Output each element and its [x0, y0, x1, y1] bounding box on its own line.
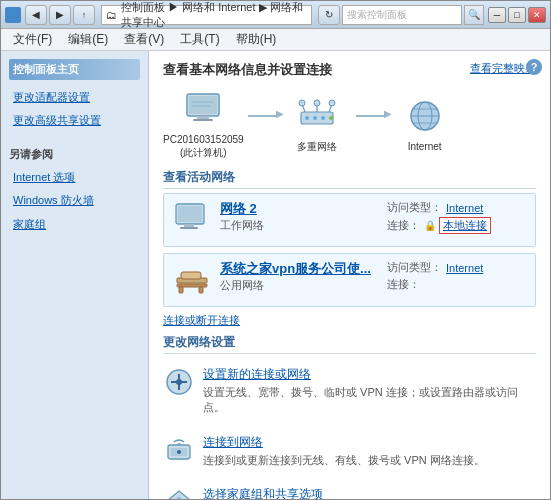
network-2-name[interactable]: 系统之家vpn服务公司使...: [220, 260, 379, 278]
settings-desc-1: 设置无线、宽带、拨号、临时或 VPN 连接；或设置路由器或访问点。: [203, 386, 518, 413]
window-controls: ─ □ ✕: [488, 7, 546, 23]
sidebar-link-homegroup[interactable]: 家庭组: [9, 215, 140, 234]
connect-value-1[interactable]: 本地连接: [439, 217, 491, 234]
also-see-title: 另请参阅: [9, 147, 140, 162]
menu-view[interactable]: 查看(V): [116, 29, 172, 50]
network-card-1-icon: [172, 200, 212, 240]
close-button[interactable]: ✕: [528, 7, 546, 23]
settings-text-2: 连接到网络 连接到或更新连接到无线、有线、拨号或 VPN 网络连接。: [203, 434, 536, 468]
sidebar-title: 控制面板主页: [9, 59, 140, 80]
network-card-2: 系统之家vpn服务公司使... 公用网络 访问类型： Internet 连接：: [163, 253, 536, 307]
svg-point-8: [313, 116, 317, 120]
settings-link-2[interactable]: 连接到网络: [203, 434, 536, 451]
content-header: 查看基本网络信息并设置连接 查看完整映射: [163, 61, 536, 79]
svg-rect-29: [199, 287, 203, 293]
up-button[interactable]: ↑: [73, 5, 95, 25]
setup-network-icon: [163, 366, 195, 398]
title-bar: ◀ ▶ ↑ 🗂 控制面板 ▶ 网络和 Internet ▶ 网络和共享中心 ↻ …: [1, 1, 550, 29]
svg-point-7: [305, 116, 309, 120]
window-icon: [5, 7, 21, 23]
svg-rect-2: [197, 116, 209, 119]
network-2-type: 公用网络: [220, 278, 379, 293]
network-card-2-row: 系统之家vpn服务公司使... 公用网络 访问类型： Internet 连接：: [172, 260, 527, 300]
also-see-section: 另请参阅 Internet 选项 Windows 防火墙 家庭组: [9, 147, 140, 234]
settings-text-1: 设置新的连接或网络 设置无线、宽带、拨号、临时或 VPN 连接；或设置路由器或访…: [203, 366, 536, 416]
sidebar: 控制面板主页 更改适配器设置 更改高级共享设置 另请参阅 Internet 选项…: [1, 51, 149, 499]
settings-desc-2: 连接到或更新连接到无线、有线、拨号或 VPN 网络连接。: [203, 454, 485, 466]
forward-button[interactable]: ▶: [49, 5, 71, 25]
network-icon: [297, 96, 337, 136]
network-card-2-icon: [172, 260, 212, 300]
lock-icon: 🔒: [424, 220, 436, 231]
sidebar-link-firewall[interactable]: Windows 防火墙: [9, 191, 140, 210]
svg-point-14: [299, 100, 305, 106]
access-type-value-2[interactable]: Internet: [446, 262, 483, 274]
internet-icon: [405, 96, 445, 136]
sidebar-link-adapter[interactable]: 更改适配器设置: [9, 88, 140, 107]
active-network-title: 查看活动网络: [163, 169, 536, 189]
svg-rect-28: [179, 287, 183, 293]
svg-point-34: [176, 379, 182, 385]
change-network-title: 更改网络设置: [163, 334, 536, 354]
connect-disconnect-link[interactable]: 连接或断开连接: [163, 314, 240, 326]
network-card-2-right: 访问类型： Internet 连接：: [387, 260, 527, 294]
sidebar-link-sharing[interactable]: 更改高级共享设置: [9, 111, 140, 130]
settings-item-1: 设置新的连接或网络 设置无线、宽带、拨号、临时或 VPN 连接；或设置路由器或访…: [163, 362, 536, 420]
search-placeholder: 搜索控制面板: [347, 8, 407, 22]
content-panel: ? 查看基本网络信息并设置连接 查看完整映射: [149, 51, 550, 499]
svg-rect-30: [181, 272, 201, 279]
search-bar[interactable]: 搜索控制面板: [342, 5, 462, 25]
arrow-1: [244, 115, 282, 117]
diagram-pc: PC201603152059(此计算机): [163, 89, 244, 159]
refresh-button[interactable]: ↻: [318, 5, 340, 25]
connect-row-1: 连接： 🔒 本地连接: [387, 217, 491, 234]
address-bar[interactable]: 🗂 控制面板 ▶ 网络和 Internet ▶ 网络和共享中心: [101, 5, 312, 25]
svg-point-10: [329, 116, 333, 120]
network-1-type: 工作网络: [220, 218, 379, 233]
internet-label: Internet: [408, 140, 442, 153]
help-button[interactable]: ?: [526, 59, 542, 75]
settings-item-3: 选择家庭组和共享选项 访问其他网络计算机上的文件和打印机，或更改共享设置。: [163, 482, 536, 499]
svg-point-16: [329, 100, 335, 106]
diagram-network: 多重网络: [282, 96, 352, 153]
access-type-row-2: 访问类型： Internet: [387, 260, 483, 275]
back-button[interactable]: ◀: [25, 5, 47, 25]
menu-tools[interactable]: 工具(T): [172, 29, 227, 50]
settings-link-3[interactable]: 选择家庭组和共享选项: [203, 486, 536, 499]
address-area: ◀ ▶ ↑ 🗂 控制面板 ▶ 网络和 Internet ▶ 网络和共享中心 ↻ …: [25, 5, 484, 25]
settings-section: 设置新的连接或网络 设置无线、宽带、拨号、临时或 VPN 连接；或设置路由器或访…: [163, 362, 536, 499]
connect-value-area-1: 🔒 本地连接: [424, 217, 491, 234]
menu-file[interactable]: 文件(F): [5, 29, 60, 50]
sidebar-link-internet-options[interactable]: Internet 选项: [9, 168, 140, 187]
content-title: 查看基本网络信息并设置连接: [163, 61, 332, 79]
diagram-internet: Internet: [390, 96, 460, 153]
menu-help[interactable]: 帮助(H): [228, 29, 285, 50]
access-type-value-1[interactable]: Internet: [446, 202, 483, 214]
network-diagram: PC201603152059(此计算机): [163, 89, 536, 159]
network-card-1-right: 访问类型： Internet 连接： 🔒 本地连接: [387, 200, 527, 236]
svg-point-15: [314, 100, 320, 106]
menu-bar: 文件(F) 编辑(E) 查看(V) 工具(T) 帮助(H): [1, 29, 550, 51]
network-card-1: 网络 2 工作网络 访问类型： Internet 连接： 🔒 本地连接: [163, 193, 536, 247]
settings-link-1[interactable]: 设置新的连接或网络: [203, 366, 536, 383]
minimize-button[interactable]: ─: [488, 7, 506, 23]
pc-icon: [183, 89, 223, 129]
settings-item-2: 连接到网络 连接到或更新连接到无线、有线、拨号或 VPN 网络连接。: [163, 430, 536, 472]
breadcrumb-icon: 🗂: [106, 9, 117, 21]
network-1-name[interactable]: 网络 2: [220, 200, 379, 218]
svg-rect-39: [177, 497, 181, 499]
access-type-row-1: 访问类型： Internet: [387, 200, 483, 215]
connect-label-2: 连接：: [387, 277, 420, 292]
arrow-2: [352, 115, 390, 117]
homegroup-icon: [163, 486, 195, 499]
breadcrumb-text: 控制面板 ▶ 网络和 Internet ▶ 网络和共享中心: [121, 0, 307, 30]
menu-edit[interactable]: 编辑(E): [60, 29, 116, 50]
settings-text-3: 选择家庭组和共享选项 访问其他网络计算机上的文件和打印机，或更改共享设置。: [203, 486, 536, 499]
svg-rect-3: [193, 119, 213, 121]
access-type-label-1: 访问类型：: [387, 200, 442, 215]
network-card-2-info: 系统之家vpn服务公司使... 公用网络: [220, 260, 379, 293]
access-type-label-2: 访问类型：: [387, 260, 442, 275]
maximize-button[interactable]: □: [508, 7, 526, 23]
search-button[interactable]: 🔍: [464, 5, 484, 25]
svg-rect-1: [189, 96, 217, 114]
